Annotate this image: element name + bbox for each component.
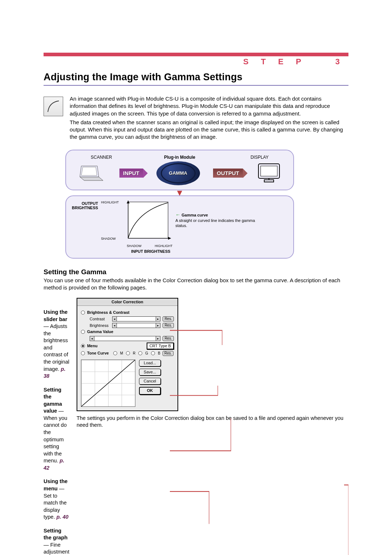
- label-contrast: Contrast: [90, 317, 110, 321]
- gamma-curve-title: Gamma curve: [181, 213, 208, 217]
- brightness-slider[interactable]: ◂▸: [112, 323, 160, 328]
- output-ribbon: OUTPUT: [213, 169, 243, 178]
- gamma-curve-icon: [44, 97, 63, 116]
- method-slider-bar: Using the slider bar — Adjusts the brigh…: [44, 309, 69, 380]
- down-arrow-icon: ▼: [65, 190, 294, 196]
- flow-diagram-bottom: OUTPUT BRIGHTNESS HIGHLIGHT SHADOW: [65, 195, 294, 259]
- x-axis-shadow-label: SHADOW: [127, 244, 142, 248]
- svg-rect-7: [128, 202, 168, 238]
- svg-rect-4: [261, 166, 277, 176]
- option-tone-curve: Tone Curve: [87, 351, 109, 356]
- radio-tone-curve[interactable]: [81, 351, 85, 355]
- scanner-label: SCANNER: [91, 155, 123, 160]
- dialog-caption: The settings you perform in the Color Co…: [77, 415, 348, 429]
- display-icon: [256, 162, 282, 184]
- option-brightness-contrast: Brightness & Contrast: [87, 310, 130, 315]
- gamma-reset-button[interactable]: Res.: [163, 336, 174, 341]
- method-graph: Setting the graph — Fine adjustment of t…: [44, 527, 69, 555]
- method-title-0: Using the slider bar: [44, 309, 68, 322]
- y-axis-highlight-label: HIGHLIGHT: [101, 200, 119, 204]
- brightness-reset-button[interactable]: Res.: [163, 323, 174, 328]
- contrast-slider[interactable]: ◂▸: [112, 316, 160, 321]
- intro-paragraph-1: An image scanned with Plug-in Module CS-…: [70, 95, 348, 117]
- input-brightness-label: INPUT BRIGHTNESS: [122, 249, 172, 254]
- svg-marker-11: [168, 237, 171, 240]
- save-button[interactable]: Save...: [139, 369, 161, 376]
- title-underline: [44, 85, 348, 86]
- color-correction-dialog: Color Correction Brightness & Contrast C…: [77, 298, 178, 411]
- header-accent-bar: [44, 53, 348, 56]
- radio-gamma-value[interactable]: [81, 330, 85, 334]
- gamma-curve-description: A straight or curved line indicates the …: [175, 218, 255, 228]
- step-indicator: S T E P 3: [44, 57, 348, 66]
- method-title-3: Setting the graph: [44, 528, 68, 541]
- plugin-module-label: Plug-in Module: [164, 155, 195, 160]
- svg-rect-5: [264, 180, 274, 182]
- dialog-titlebar: Color Correction: [77, 299, 177, 306]
- step-number: 3: [335, 57, 345, 66]
- contrast-reset-button[interactable]: Res.: [163, 316, 174, 321]
- method-menu: Using the menu — Set to match the displa…: [44, 478, 69, 520]
- step-label: S T E P: [243, 57, 306, 66]
- setting-the-gamma-heading: Setting the Gamma: [44, 268, 348, 276]
- scanner-icon: [77, 163, 106, 183]
- y-axis-shadow-label: SHADOW: [101, 237, 119, 240]
- option-menu: Menu: [87, 344, 98, 348]
- gamma-value-slider[interactable]: ◂▸: [90, 336, 160, 341]
- x-axis-highlight-label: HIGHLIGHT: [155, 244, 172, 248]
- annotation-arrow-icon: ←: [175, 212, 180, 218]
- method-text-1: — When you cannot do the optimum setting…: [44, 408, 67, 463]
- menu-selector[interactable]: CRT Type B: [147, 343, 174, 349]
- method-text-0: — Adjusts the brightness and contrast of…: [44, 323, 69, 372]
- ok-button[interactable]: OK: [139, 387, 161, 394]
- gamma-label: GAMMA: [169, 170, 187, 176]
- flow-diagram-top: SCANNER Plug-in Module DISPLAY INPUT GAM…: [65, 150, 294, 190]
- display-label: DISPLAY: [236, 155, 269, 160]
- channel-b[interactable]: [151, 351, 155, 355]
- output-brightness-label: OUTPUT BRIGHTNESS: [72, 201, 98, 210]
- channel-m[interactable]: [113, 351, 117, 355]
- svg-marker-2: [81, 167, 97, 175]
- intro-paragraph-2: The data created when the scanner scans …: [70, 119, 348, 141]
- gamma-curve-graph: [122, 200, 172, 244]
- svg-line-12: [81, 360, 135, 406]
- option-gamma-value: Gamma Value: [87, 329, 113, 334]
- gamma-curve-annotation: ← Gamma curve A straight or curved line …: [175, 211, 255, 228]
- gamma-oval: GAMMA: [156, 161, 200, 185]
- method-pref-2[interactable]: p. 40: [56, 514, 68, 520]
- label-brightness: Brightness: [90, 323, 110, 328]
- radio-brightness-contrast[interactable]: [81, 311, 85, 315]
- method-text-3: — Fine adjustment of the gamma graph.: [44, 542, 69, 555]
- radio-menu[interactable]: [81, 344, 85, 348]
- load-button[interactable]: Load...: [139, 360, 161, 366]
- input-ribbon: INPUT: [119, 169, 143, 178]
- channel-r[interactable]: [126, 351, 130, 355]
- setting-the-gamma-text: You can use one of four methods availabl…: [44, 277, 348, 292]
- method-gamma-value: Setting the gamma value — When you canno…: [44, 386, 69, 472]
- page-title: Adjusting the Image with Gamma Settings: [44, 72, 348, 83]
- svg-marker-0: [80, 177, 103, 181]
- tone-curve-graph[interactable]: [81, 360, 135, 407]
- channel-g[interactable]: [138, 351, 142, 355]
- cancel-button[interactable]: Cancel: [139, 378, 161, 385]
- tone-reset-button[interactable]: Res.: [163, 351, 174, 356]
